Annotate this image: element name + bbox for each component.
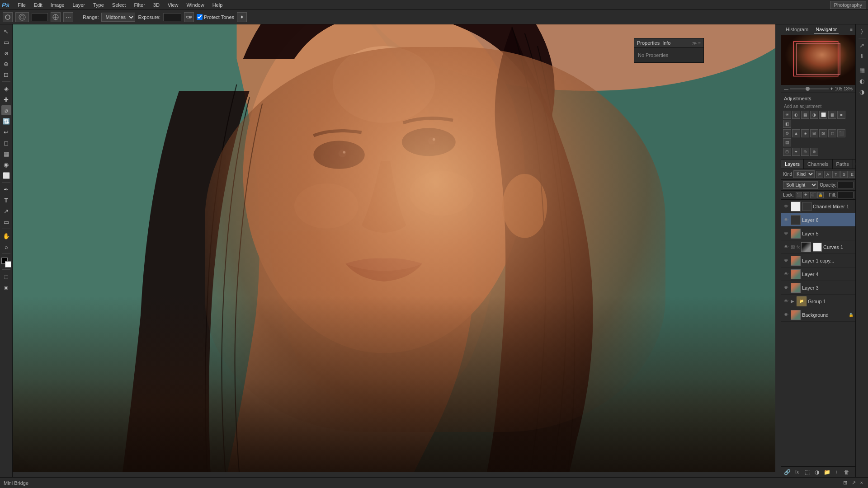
brush-options[interactable]: ⋯ — [63, 12, 73, 22]
brush-angle-control[interactable] — [51, 12, 61, 22]
menu-file[interactable]: File — [14, 1, 29, 9]
brush-tool[interactable]: ⌀ — [1, 105, 11, 115]
eyedropper-tool[interactable]: ◈ — [1, 84, 11, 94]
group-arrow-icon[interactable]: ▶ — [791, 299, 794, 304]
menu-layer[interactable]: Layer — [69, 1, 89, 9]
adj-invert[interactable]: ⊞ — [810, 129, 818, 137]
filter-adjust[interactable]: A — [824, 171, 831, 178]
layer-visibility-layer1copy[interactable]: 👁 — [783, 258, 789, 264]
quick-select-tool[interactable]: ⊕ — [1, 59, 11, 69]
add-layer-btn[interactable]: + — [833, 468, 841, 476]
add-mask-btn[interactable]: ⬚ — [803, 468, 811, 476]
filter-shape[interactable]: S — [840, 171, 848, 178]
tab-properties[interactable]: Properties — [637, 40, 660, 46]
zoom-tool[interactable]: ⌕ — [1, 242, 11, 252]
tab-navigator[interactable]: Navigator — [814, 26, 839, 33]
layer-visibility-curves1[interactable]: 👁 — [783, 244, 789, 250]
adj-channel-mixer[interactable]: ▲ — [792, 129, 800, 137]
menu-select[interactable]: Select — [108, 1, 130, 9]
gradient-tool[interactable]: ▦ — [1, 149, 11, 159]
adj-levels[interactable]: ◐ — [792, 111, 800, 119]
crop-tool[interactable]: ⊡ — [1, 70, 11, 80]
blur-tool[interactable]: ◉ — [1, 160, 11, 169]
layer-visibility-layer6[interactable]: 👁 — [783, 217, 789, 223]
filter-pixel[interactable]: P — [816, 171, 823, 178]
vertical-scrollbar[interactable] — [775, 24, 781, 477]
adj-bw[interactable]: ◧ — [783, 120, 791, 128]
fg-bg-colors[interactable] — [1, 258, 11, 267]
hand-tool[interactable]: ✋ — [1, 231, 11, 241]
layer-visibility-layer4[interactable]: 👁 — [783, 271, 789, 277]
brush-preset-picker[interactable] — [15, 12, 29, 22]
adj-vibrance[interactable]: ⬜ — [819, 111, 827, 119]
layer-item-curves1[interactable]: 👁 ⛓ fx Curves 1 — [781, 240, 855, 254]
panel-icon-color[interactable]: ◑ — [857, 87, 867, 97]
workspace-selector[interactable]: Photography — [830, 1, 866, 9]
adj-color-lookup[interactable]: ◈ — [801, 129, 809, 137]
protect-tones-label[interactable]: Protect Tones — [197, 14, 234, 20]
mini-bridge-btn2[interactable]: ↗ — [850, 479, 857, 486]
tab-channels[interactable]: Channels — [804, 160, 832, 169]
adj-extra2[interactable]: ✦ — [792, 148, 800, 156]
lock-pixels-btn[interactable]: ⬛ — [796, 192, 802, 198]
path-select-tool[interactable]: ↗ — [1, 206, 11, 216]
menu-image[interactable]: Image — [47, 1, 68, 9]
mini-bridge-btn1[interactable]: ⊞ — [842, 479, 849, 486]
adj-curves[interactable]: ▦ — [801, 111, 809, 119]
tab-histogram[interactable]: Histogram — [784, 26, 810, 33]
layer-item-group1[interactable]: 👁 ▶ 📁 Group 1 — [781, 295, 855, 308]
add-adjustment-btn[interactable]: ◑ — [813, 468, 821, 476]
screen-mode-toggle[interactable]: ▣ — [1, 282, 11, 292]
panel-toggle-1[interactable]: ⟩ — [857, 26, 867, 36]
menu-edit[interactable]: Edit — [30, 1, 46, 9]
adj-extra1[interactable]: ⊟ — [783, 148, 791, 156]
eraser-tool[interactable]: ◻ — [1, 138, 11, 148]
zoom-in-icon[interactable]: + — [830, 86, 833, 91]
adj-exposure[interactable]: ◑ — [810, 111, 818, 119]
protect-tones-checkbox[interactable] — [197, 14, 203, 20]
layer-item-layer6[interactable]: 👁 Layer 6 — [781, 213, 855, 227]
layer-visibility-layer3[interactable]: 👁 — [783, 285, 789, 291]
panel-menu-arrow[interactable]: ≡ — [698, 41, 701, 46]
move-tool[interactable]: ↖ — [1, 26, 11, 36]
layer-visibility-channel-mixer[interactable]: 👁 — [783, 203, 789, 210]
menu-3d[interactable]: 3D — [150, 1, 163, 9]
layer-item-layer3[interactable]: 👁 Layer 3 — [781, 281, 855, 295]
exposure-input[interactable]: 13% — [163, 13, 181, 21]
layer-item-background[interactable]: 👁 Background 🔒 — [781, 308, 855, 322]
adj-color-balance[interactable]: ■ — [837, 111, 845, 119]
adj-hue-sat[interactable]: ▩ — [828, 111, 836, 119]
layer-item-layer1copy[interactable]: 👁 Layer 1 copy... — [781, 254, 855, 267]
layer-fx-btn[interactable]: fx — [793, 468, 801, 476]
adj-extra3[interactable]: ⊕ — [801, 148, 809, 156]
dodge-tool[interactable]: ⬜ — [1, 170, 11, 180]
fill-input[interactable]: 100% — [837, 192, 854, 198]
tab-layers[interactable]: Layers — [781, 160, 804, 169]
clone-stamp-tool[interactable]: 🔃 — [1, 116, 11, 126]
panel-icon-adjust[interactable]: ◐ — [857, 76, 867, 86]
airbrush-toggle[interactable]: ✦ — [237, 12, 247, 22]
marquee-tool[interactable]: ▭ — [1, 37, 11, 47]
panel-icon-layers2[interactable]: ▦ — [857, 65, 867, 75]
healing-brush-tool[interactable]: ✚ — [1, 94, 11, 104]
brush-size-input[interactable]: 63 — [32, 13, 48, 21]
shape-tool[interactable]: ▭ — [1, 217, 11, 227]
panel-expand-arrow[interactable]: ≫ — [692, 41, 697, 46]
horizontal-scrollbar[interactable] — [13, 472, 775, 477]
history-brush-tool[interactable]: ↩ — [1, 127, 11, 137]
lock-position-btn[interactable]: ✚ — [803, 192, 809, 198]
background-color[interactable] — [5, 261, 11, 267]
zoom-out-icon[interactable]: — — [784, 86, 788, 91]
adj-gradient-map[interactable]: ⬛ — [837, 129, 845, 137]
adj-extra4[interactable]: ⊗ — [810, 148, 818, 156]
menu-type[interactable]: Type — [90, 1, 108, 9]
adj-photo-filter[interactable]: ⚙ — [783, 129, 791, 137]
opacity-input[interactable]: 100% — [837, 182, 854, 188]
filter-smart[interactable]: E — [849, 171, 855, 178]
link-icon[interactable]: 🔗 — [783, 468, 791, 476]
menu-filter[interactable]: Filter — [130, 1, 148, 9]
adj-selective-color[interactable]: ▤ — [783, 138, 791, 146]
mini-bridge-label[interactable]: Mini Bridge — [4, 480, 28, 486]
layer-item-layer4[interactable]: 👁 Layer 4 — [781, 267, 855, 281]
tool-mode-select[interactable] — [3, 12, 13, 22]
